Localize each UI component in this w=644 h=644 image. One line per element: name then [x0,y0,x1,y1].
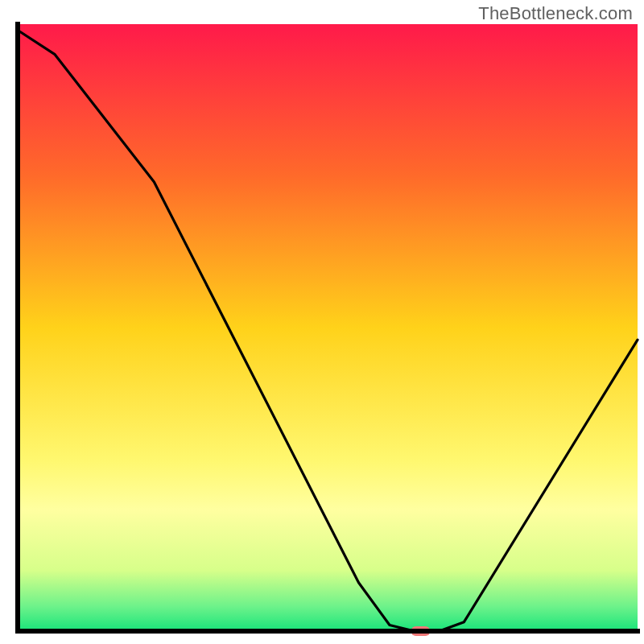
plot-area [18,24,638,631]
chart-svg [0,0,644,644]
watermark-label: TheBottleneck.com [478,3,633,24]
bottleneck-chart: TheBottleneck.com [0,0,644,644]
